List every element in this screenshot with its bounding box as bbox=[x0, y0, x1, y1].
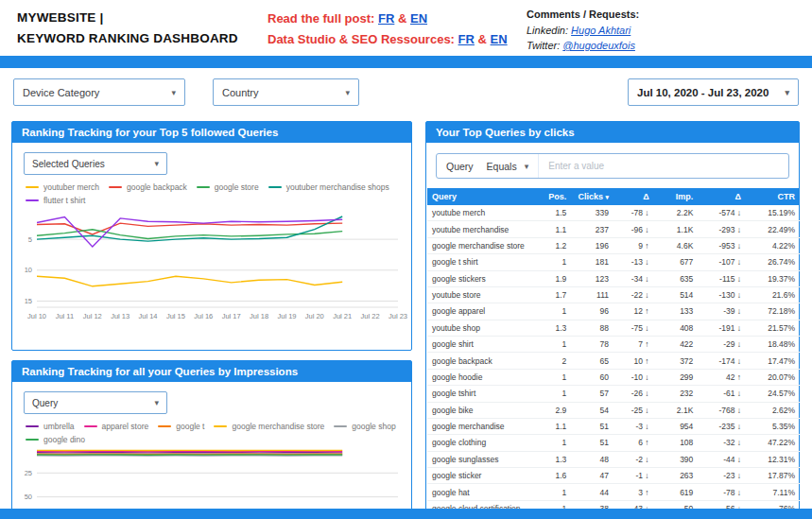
table-row[interactable]: google apparel19612 ↑133-39 ↓72.18% bbox=[427, 303, 800, 320]
legend-item[interactable]: google t bbox=[158, 422, 204, 431]
chevron-down-icon: ▾ bbox=[154, 159, 159, 168]
cell-impressions: 677 bbox=[654, 254, 699, 270]
chart-legend: youtuber merchgoogle backpackgoogle stor… bbox=[26, 182, 398, 205]
contact-block: Comments / Requests: Linkedin: Hugo Akht… bbox=[527, 7, 639, 54]
promo-links: Read the full post: FR & EN Data Studio … bbox=[268, 9, 508, 50]
top5-rank-line-chart[interactable]: 51015Jul 10Jul 11Jul 12Jul 13Jul 14Jul 1… bbox=[16, 207, 407, 322]
post-en-link[interactable]: EN bbox=[410, 11, 427, 26]
legend-label: flutter t shirt bbox=[43, 196, 85, 205]
legend-item[interactable]: flutter t shirt bbox=[26, 196, 85, 205]
cell-clicks: 65 bbox=[571, 353, 613, 369]
table-row[interactable]: google clothing1516 ↑108-32 ↓47.22% bbox=[427, 435, 800, 451]
cell-position: 1.3 bbox=[539, 451, 572, 467]
column-header-clicks[interactable]: Clicks ▾ bbox=[571, 188, 613, 205]
cell-ctr: 72.18% bbox=[746, 303, 800, 320]
cell-query: youtube merchandise bbox=[427, 221, 539, 237]
filter-operator-dropdown[interactable]: Equals ▾ bbox=[485, 161, 539, 172]
column-header-ctr[interactable]: CTR bbox=[746, 188, 800, 205]
cell-impressions-delta: -953 ↓ bbox=[698, 237, 746, 253]
column-header-imp[interactable]: Imp. bbox=[654, 188, 699, 205]
table-row[interactable]: google sunglasses1.348-2 ↓390-44 ↓12.31% bbox=[427, 451, 800, 467]
date-range-picker[interactable]: Jul 10, 2020 - Jul 23, 2020 ▾ bbox=[628, 78, 799, 106]
cell-clicks-delta: -96 ↓ bbox=[613, 221, 654, 237]
cell-clicks: 51 bbox=[571, 418, 613, 434]
svg-text:15: 15 bbox=[25, 297, 32, 305]
table-row[interactable]: youtube merch1.5339-78 ↓2.2K-574 ↓15.19% bbox=[427, 205, 800, 221]
column-header-query[interactable]: Query bbox=[427, 188, 539, 205]
cell-impressions: 372 bbox=[654, 353, 699, 369]
legend-label: google dino bbox=[43, 435, 85, 444]
table-row[interactable]: google shirt1787 ↑422-29 ↓18.48% bbox=[427, 337, 800, 353]
legend-item[interactable]: youtuber merch bbox=[26, 182, 99, 192]
resources-label: Data Studio & SEO Ressources: bbox=[268, 32, 455, 46]
cell-query: google apparel bbox=[427, 303, 539, 320]
chevron-down-icon: ▾ bbox=[525, 162, 529, 171]
legend-swatch bbox=[334, 425, 347, 428]
country-filter[interactable]: Country ▾ bbox=[213, 78, 359, 106]
legend-item[interactable]: google backpack bbox=[109, 182, 187, 192]
table-row[interactable]: google merchandise store1.21969 ↑4.6K-95… bbox=[427, 237, 800, 253]
cell-impressions-delta: -174 ↓ bbox=[698, 353, 746, 369]
table-row[interactable]: google backpack26510 ↑372-174 ↓17.47% bbox=[427, 353, 800, 369]
svg-text:Jul 23: Jul 23 bbox=[389, 312, 407, 320]
cell-position: 2 bbox=[539, 353, 572, 369]
cell-position: 1.6 bbox=[539, 468, 572, 484]
post-fr-link[interactable]: FR bbox=[378, 11, 394, 26]
cell-ctr: 24.57% bbox=[746, 386, 800, 402]
column-header-delta[interactable]: Δ bbox=[698, 188, 746, 205]
twitter-link[interactable]: @hugodeuxfois bbox=[562, 40, 635, 51]
table-row[interactable]: google t shirt1181-13 ↓677-107 ↓26.74% bbox=[427, 254, 800, 270]
table-row[interactable]: google hoodie160-10 ↓29942 ↑20.07% bbox=[427, 369, 800, 385]
column-header-delta[interactable]: Δ bbox=[613, 188, 654, 205]
svg-text:25: 25 bbox=[25, 469, 32, 477]
cell-impressions: 133 bbox=[654, 303, 699, 320]
table-row[interactable]: google merchandise1.151-3 ↓954-235 ↓5.35… bbox=[427, 418, 800, 434]
selected-queries-label: Selected Queries bbox=[32, 159, 105, 169]
cell-position: 2.9 bbox=[539, 402, 572, 418]
legend-item[interactable]: umbrella bbox=[26, 422, 75, 431]
device-category-filter[interactable]: Device Category ▾ bbox=[13, 78, 185, 106]
filter-value-input[interactable] bbox=[546, 160, 781, 172]
legend-item[interactable]: google merchandise store bbox=[214, 422, 324, 431]
legend-item[interactable]: google shop bbox=[334, 422, 395, 431]
cell-position: 1.7 bbox=[539, 286, 572, 303]
cell-query: youtube merch bbox=[427, 205, 539, 221]
table-row[interactable]: youtube merchandise1.1237-96 ↓1.1K-293 ↓… bbox=[427, 221, 800, 237]
table-row[interactable]: google hat1443 ↑619-78 ↓7.11% bbox=[427, 484, 800, 500]
resources-en-link[interactable]: EN bbox=[491, 32, 508, 46]
table-row[interactable]: google sticker1.647-1 ↓263-23 ↓17.87% bbox=[427, 468, 800, 484]
table-row[interactable]: google stickers1.9123-34 ↓635-115 ↓19.37… bbox=[427, 270, 800, 286]
cell-query: google hat bbox=[427, 484, 539, 500]
table-row[interactable]: google tshirt157-26 ↓232-61 ↓24.57% bbox=[427, 386, 800, 402]
legend-item[interactable]: youtuber merchandise shops bbox=[268, 182, 389, 192]
table-row[interactable]: google bike2.954-25 ↓2.1K-768 ↓2.62% bbox=[427, 402, 800, 418]
panel-top5-queries: Ranking Tracking for your Top 5 followed… bbox=[11, 121, 412, 351]
twitter-line: Twitter: @hugodeuxfois bbox=[527, 38, 639, 54]
brand: MYWEBSITE | KEYWORD RANKING DASHBOARD bbox=[17, 8, 238, 48]
chevron-down-icon: ▾ bbox=[345, 88, 350, 97]
table-row[interactable]: youtube shop1.388-75 ↓408-191 ↓21.57% bbox=[427, 320, 800, 336]
cell-clicks: 123 bbox=[571, 270, 613, 286]
header-divider-bar bbox=[0, 56, 812, 68]
chevron-down-icon: ▾ bbox=[785, 88, 789, 97]
cell-clicks: 111 bbox=[571, 286, 613, 303]
cell-clicks: 237 bbox=[571, 221, 613, 237]
cell-ctr: 2.62% bbox=[746, 402, 800, 418]
legend-item[interactable]: apparel store bbox=[84, 422, 149, 431]
resources-fr-link[interactable]: FR bbox=[458, 32, 475, 46]
legend-item[interactable]: google dino bbox=[26, 435, 85, 444]
linkedin-link[interactable]: Hugo Akhtari bbox=[571, 25, 631, 36]
query-filter-dropdown[interactable]: Query ▾ bbox=[24, 391, 167, 414]
cell-ctr: 17.47% bbox=[746, 353, 800, 369]
cell-position: 1 bbox=[539, 386, 572, 402]
cell-clicks-delta: -1 ↓ bbox=[613, 468, 654, 484]
selected-queries-filter[interactable]: Selected Queries ▾ bbox=[24, 152, 167, 175]
top-queries-table: QueryPos.Clicks ▾ΔImp.ΔCTRyoutube merch1… bbox=[427, 188, 800, 519]
legend-swatch bbox=[26, 425, 39, 428]
cell-impressions: 263 bbox=[654, 468, 699, 484]
svg-text:50: 50 bbox=[25, 493, 32, 501]
filter-field-label: Query bbox=[437, 161, 485, 172]
table-row[interactable]: youtube store1.7111-22 ↓514-130 ↓21.6% bbox=[427, 286, 800, 303]
legend-item[interactable]: google store bbox=[197, 182, 259, 192]
column-header-pos[interactable]: Pos. bbox=[539, 188, 572, 205]
